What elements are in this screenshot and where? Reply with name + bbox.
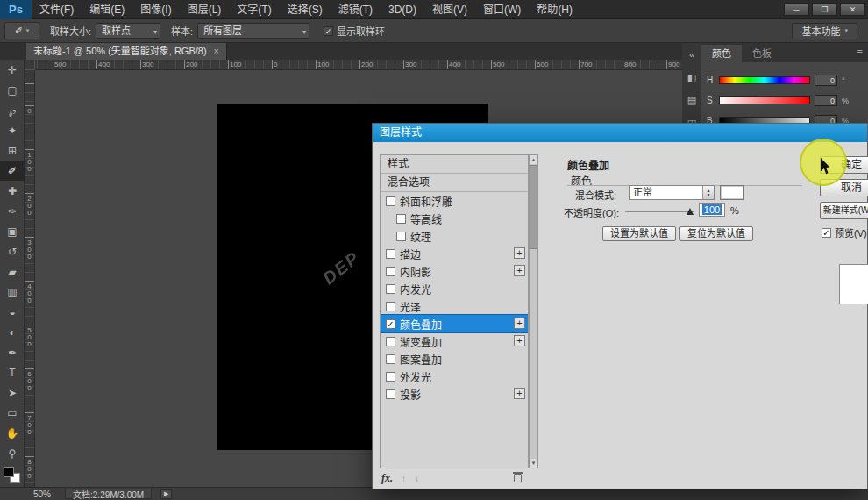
- tab-color[interactable]: 颜色: [701, 45, 742, 62]
- style-item-图案叠加[interactable]: 图案叠加: [381, 350, 528, 368]
- style-checkbox-外发光[interactable]: [386, 372, 395, 382]
- style-item-投影[interactable]: 投影+: [381, 385, 528, 403]
- add-effect-instance-icon[interactable]: +: [514, 265, 525, 276]
- history-brush-tool[interactable]: ↺: [0, 241, 25, 261]
- blending-options-item[interactable]: 混合选项: [381, 174, 528, 192]
- clone-stamp-tool[interactable]: ▣: [0, 221, 25, 241]
- blur-tool[interactable]: ◒: [0, 302, 25, 322]
- style-item-纹理[interactable]: 纹理: [381, 227, 528, 245]
- dodge-tool[interactable]: ◐: [0, 322, 25, 342]
- style-checkbox-内阴影[interactable]: [386, 267, 395, 276]
- new-style-button[interactable]: 新建样式(W)...: [820, 202, 868, 219]
- style-checkbox-斜面和浮雕[interactable]: [386, 196, 395, 206]
- slider-value-H[interactable]: 0: [815, 75, 837, 86]
- gradient-tool[interactable]: ▥: [0, 282, 25, 302]
- opacity-input[interactable]: 100: [699, 203, 725, 217]
- style-item-内阴影[interactable]: 内阴影+: [381, 262, 528, 280]
- add-effect-instance-icon[interactable]: +: [514, 318, 525, 329]
- hand-tool[interactable]: ✋: [0, 423, 25, 443]
- opacity-slider[interactable]: [625, 206, 694, 217]
- type-tool[interactable]: T: [0, 362, 25, 382]
- menu-视图(V)[interactable]: 视图(V): [424, 0, 475, 19]
- close-tab-icon[interactable]: ×: [214, 43, 219, 60]
- delete-style-icon[interactable]: [514, 474, 522, 482]
- zoom-level[interactable]: 50%: [33, 489, 51, 499]
- properties-panel-icon[interactable]: ▤: [682, 89, 701, 111]
- close-button[interactable]: ✕: [840, 3, 865, 16]
- style-item-渐变叠加[interactable]: 渐变叠加+: [381, 332, 528, 350]
- marquee-tool[interactable]: ▢: [0, 80, 25, 100]
- tool-preset-picker[interactable]: ✐ ▾: [4, 22, 39, 39]
- move-tool[interactable]: ✛: [0, 60, 25, 80]
- vertical-ruler[interactable]: 0100200300400500600700800: [25, 70, 35, 487]
- slider-bar-S[interactable]: [719, 96, 810, 104]
- workspace-switcher[interactable]: 基本功能 ▾: [792, 23, 857, 39]
- brush-tool[interactable]: ✑: [0, 201, 25, 221]
- menu-图层(L)[interactable]: 图层(L): [180, 0, 230, 19]
- menu-文件(F)[interactable]: 文件(F): [32, 0, 82, 19]
- style-checkbox-纹理[interactable]: [396, 232, 406, 241]
- shape-tool[interactable]: ▭: [0, 403, 25, 423]
- horizontal-ruler[interactable]: 5004003002001000100200300400500600700800…: [35, 60, 682, 70]
- dialog-title[interactable]: 图层样式: [373, 124, 867, 142]
- style-checkbox-颜色叠加[interactable]: ✓: [386, 319, 395, 329]
- slider-bar-H[interactable]: [719, 76, 810, 84]
- style-checkbox-等高线[interactable]: [396, 214, 406, 224]
- add-effect-instance-icon[interactable]: +: [514, 335, 525, 346]
- overlay-color-swatch[interactable]: [720, 185, 744, 200]
- history-panel-icon[interactable]: ◧: [682, 66, 701, 89]
- collapse-panels-icon[interactable]: «: [682, 43, 701, 66]
- opacity-slider-thumb[interactable]: [687, 208, 694, 215]
- menu-帮助(H)[interactable]: 帮助(H): [529, 0, 580, 19]
- scroll-up-icon[interactable]: ▲: [530, 155, 537, 164]
- move-style-down-icon[interactable]: ↓: [415, 474, 419, 483]
- style-item-光泽[interactable]: 光泽: [381, 297, 528, 315]
- menu-文字(T)[interactable]: 文字(T): [229, 0, 279, 19]
- add-effect-instance-icon[interactable]: +: [514, 247, 525, 259]
- style-list-scrollbar[interactable]: ▲ ▼: [529, 154, 538, 468]
- slider-value-S[interactable]: 0: [815, 95, 837, 106]
- scrollbar-thumb[interactable]: [530, 165, 537, 249]
- sample-size-dropdown[interactable]: 取样点 ▾: [96, 23, 160, 39]
- foreground-background-swatches[interactable]: [4, 467, 22, 485]
- document-tab[interactable]: 未标题-1 @ 50% (矢量智能对象, RGB/8) ×: [26, 43, 227, 60]
- crop-tool[interactable]: ⊞: [0, 140, 25, 161]
- status-options-arrow[interactable]: ▶: [160, 489, 172, 499]
- style-item-斜面和浮雕[interactable]: 斜面和浮雕: [381, 192, 528, 210]
- style-checkbox-光泽[interactable]: [386, 302, 395, 311]
- panel-menu-icon[interactable]: ≡: [857, 46, 863, 57]
- zoom-tool[interactable]: ⚲: [0, 443, 25, 463]
- style-item-外发光[interactable]: 外发光: [381, 368, 528, 385]
- blend-mode-dropdown[interactable]: 正常 ▲ ▼: [629, 185, 715, 200]
- fx-icon[interactable]: fx.: [381, 472, 393, 485]
- eraser-tool[interactable]: ▰: [0, 261, 25, 282]
- lasso-tool[interactable]: ℘: [0, 100, 25, 120]
- menu-滤镜(T)[interactable]: 滤镜(T): [331, 0, 381, 19]
- style-checkbox-图案叠加[interactable]: [386, 354, 395, 364]
- scroll-down-icon[interactable]: ▼: [530, 459, 537, 468]
- menu-窗口(W)[interactable]: 窗口(W): [475, 0, 529, 19]
- preview-checkbox[interactable]: ✓ 预览(V): [822, 225, 867, 239]
- pen-tool[interactable]: ✒: [0, 342, 25, 362]
- menu-编辑(E)[interactable]: 编辑(E): [82, 0, 132, 19]
- tab-swatches[interactable]: 色板: [742, 45, 782, 62]
- move-style-up-icon[interactable]: ↑: [402, 474, 406, 483]
- style-checkbox-渐变叠加[interactable]: [386, 337, 395, 346]
- path-selection-tool[interactable]: ➤: [0, 382, 25, 403]
- sample-layers-dropdown[interactable]: 所有图层 ▾: [197, 23, 309, 39]
- restore-button[interactable]: ❐: [812, 3, 837, 16]
- style-item-描边[interactable]: 描边+: [381, 245, 528, 262]
- show-sampling-ring-checkbox[interactable]: ✓ 显示取样环: [324, 24, 385, 38]
- styles-header-item[interactable]: 样式: [381, 155, 528, 174]
- menu-图像(I)[interactable]: 图像(I): [132, 0, 179, 19]
- style-item-颜色叠加[interactable]: ✓颜色叠加+: [381, 315, 528, 332]
- add-effect-instance-icon[interactable]: +: [514, 388, 525, 399]
- style-item-等高线[interactable]: 等高线: [381, 210, 528, 227]
- style-checkbox-内发光[interactable]: [386, 284, 395, 294]
- eyedropper-tool[interactable]: ✐: [0, 161, 25, 181]
- reset-default-button[interactable]: 复位为默认值: [679, 226, 753, 241]
- foreground-color-swatch[interactable]: [4, 467, 14, 477]
- quick-selection-tool[interactable]: ✦: [0, 120, 25, 140]
- dropdown-stepper-icon[interactable]: ▲ ▼: [702, 186, 714, 199]
- style-checkbox-投影[interactable]: [386, 389, 395, 399]
